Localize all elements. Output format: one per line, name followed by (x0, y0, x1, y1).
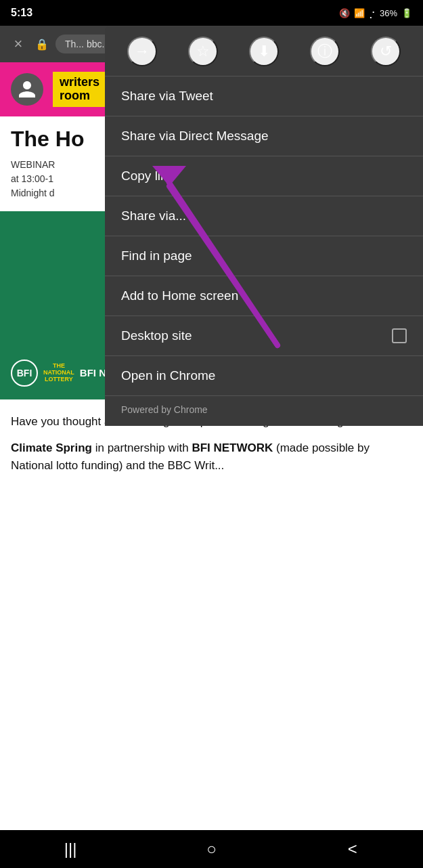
find-page-label: Find in page (121, 248, 192, 263)
download-button[interactable]: ⬇ (249, 37, 279, 66)
menu-item-add-home[interactable]: Add to Home screen (105, 276, 423, 316)
menu-item-share-via[interactable]: Share via... (105, 196, 423, 236)
context-menu: → ☆ ⬇ ⓘ ↺ Share via Tweet Share via Dire… (105, 27, 423, 426)
share-via-label: Share via... (121, 209, 186, 223)
share-dm-label: Share via Direct Message (121, 129, 269, 144)
menu-item-desktop-site[interactable]: Desktop site (105, 316, 423, 355)
menu-item-share-dm[interactable]: Share via Direct Message (105, 116, 423, 156)
desktop-site-label: Desktop site (121, 328, 192, 343)
menu-toolbar: → ☆ ⬇ ⓘ ↺ (105, 27, 423, 77)
menu-item-copy-link[interactable]: Copy link (105, 156, 423, 196)
forward-button[interactable]: → (127, 37, 157, 66)
desktop-site-checkbox[interactable] (392, 328, 407, 343)
info-button[interactable]: ⓘ (310, 37, 340, 66)
copy-link-label: Copy link (121, 169, 174, 183)
menu-item-share-tweet[interactable]: Share via Tweet (105, 77, 423, 116)
bookmark-button[interactable]: ☆ (188, 37, 218, 66)
add-home-label: Add to Home screen (121, 288, 238, 303)
menu-item-open-chrome[interactable]: Open in Chrome (105, 356, 423, 395)
share-tweet-label: Share via Tweet (121, 89, 213, 104)
powered-by-label: Powered by Chrome (121, 404, 208, 415)
menu-item-find-page[interactable]: Find in page (105, 236, 423, 276)
open-chrome-label: Open in Chrome (121, 368, 215, 383)
refresh-button[interactable]: ↺ (371, 37, 401, 66)
powered-by-footer: Powered by Chrome (105, 395, 423, 426)
context-menu-overlay: → ☆ ⬇ ⓘ ↺ Share via Tweet Share via Dire… (0, 0, 423, 868)
